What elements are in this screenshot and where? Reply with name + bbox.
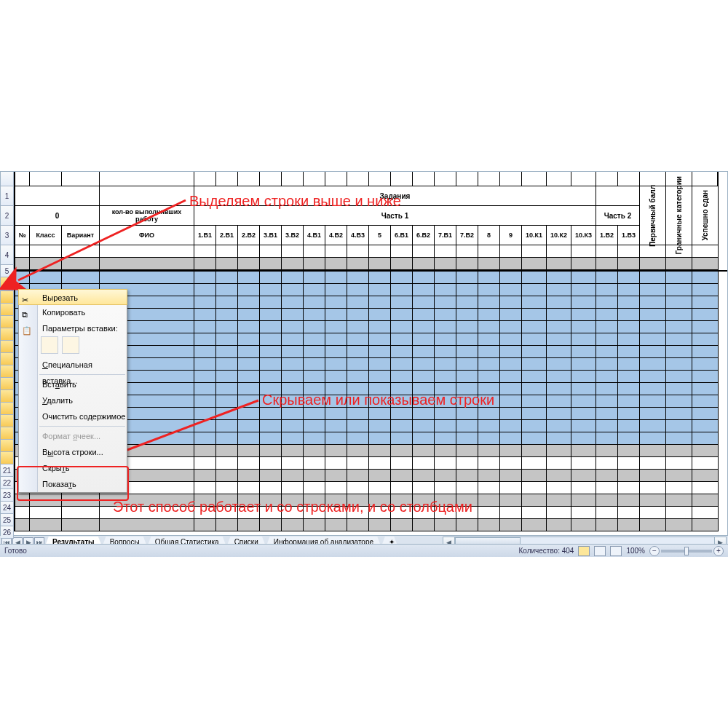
cell[interactable] <box>282 309 304 321</box>
cell[interactable] <box>391 482 413 494</box>
cell[interactable] <box>304 172 325 186</box>
cell[interactable] <box>571 432 596 445</box>
cell[interactable] <box>14 507 30 519</box>
cell[interactable] <box>413 371 435 383</box>
header-cell[interactable] <box>100 186 194 206</box>
cell[interactable] <box>571 321 596 333</box>
cell[interactable] <box>62 494 100 507</box>
cell[interactable] <box>618 395 640 408</box>
cell[interactable] <box>571 420 596 432</box>
row-header-selected[interactable] <box>1 452 14 464</box>
cell[interactable] <box>522 420 547 432</box>
cell[interactable] <box>282 346 304 358</box>
cell[interactable] <box>282 358 304 371</box>
cell[interactable] <box>347 284 369 296</box>
cell[interactable] <box>391 321 413 333</box>
cell[interactable] <box>666 333 692 346</box>
cell[interactable] <box>216 482 238 494</box>
cell[interactable] <box>347 272 369 284</box>
cell[interactable] <box>238 457 260 470</box>
cell[interactable] <box>666 432 692 445</box>
cell[interactable] <box>194 309 216 321</box>
cell[interactable] <box>413 333 435 346</box>
cell[interactable] <box>216 519 238 531</box>
ctx-copy[interactable]: ⧉ Копировать <box>19 304 127 320</box>
cell[interactable] <box>216 383 238 395</box>
cell[interactable] <box>456 346 478 358</box>
cell[interactable] <box>618 258 640 270</box>
cell[interactable] <box>478 408 500 420</box>
cell[interactable] <box>369 420 391 432</box>
cell[interactable] <box>618 309 640 321</box>
cell[interactable] <box>596 358 618 371</box>
cell[interactable] <box>325 371 347 383</box>
cell[interactable] <box>369 309 391 321</box>
cell[interactable] <box>640 245 666 258</box>
column-header[interactable]: ФИО <box>100 226 194 245</box>
cell[interactable] <box>413 470 435 482</box>
cell[interactable] <box>216 408 238 420</box>
cell[interactable] <box>596 432 618 445</box>
cell[interactable] <box>282 457 304 470</box>
cell[interactable] <box>413 346 435 358</box>
cell[interactable] <box>238 432 260 445</box>
cell[interactable] <box>435 420 456 432</box>
view-page-break-button[interactable] <box>610 546 622 556</box>
cell[interactable] <box>522 457 547 470</box>
cell[interactable] <box>618 284 640 296</box>
cell[interactable] <box>435 172 456 186</box>
cell[interactable] <box>478 245 500 258</box>
cell[interactable] <box>571 172 596 186</box>
cell[interactable] <box>522 494 547 507</box>
cell[interactable] <box>692 309 719 321</box>
cell[interactable] <box>478 309 500 321</box>
cell[interactable] <box>547 482 571 494</box>
cell[interactable] <box>571 457 596 470</box>
cell[interactable] <box>547 333 571 346</box>
cell[interactable] <box>571 346 596 358</box>
cell[interactable] <box>347 482 369 494</box>
cell[interactable] <box>666 470 692 482</box>
cell[interactable] <box>194 470 216 482</box>
cell[interactable] <box>369 482 391 494</box>
cell[interactable] <box>522 470 547 482</box>
cell[interactable] <box>369 358 391 371</box>
cell[interactable] <box>260 172 282 186</box>
cell[interactable] <box>478 358 500 371</box>
cell[interactable] <box>640 321 666 333</box>
cell[interactable] <box>571 470 596 482</box>
cell[interactable] <box>640 420 666 432</box>
cell[interactable] <box>478 457 500 470</box>
cell[interactable] <box>692 321 719 333</box>
cell[interactable] <box>14 519 30 531</box>
cell[interactable] <box>238 296 260 309</box>
cell[interactable] <box>325 408 347 420</box>
cell[interactable] <box>478 507 500 519</box>
column-header[interactable]: 9 <box>500 226 522 245</box>
cell[interactable] <box>325 272 347 284</box>
cell[interactable] <box>194 519 216 531</box>
cell[interactable] <box>369 321 391 333</box>
cell[interactable] <box>30 172 62 186</box>
cell[interactable] <box>596 395 618 408</box>
cell[interactable] <box>500 395 522 408</box>
row-header-selected[interactable] <box>1 341 14 353</box>
cell[interactable] <box>304 346 325 358</box>
cell[interactable] <box>596 309 618 321</box>
ctx-insert[interactable]: Вставить <box>19 376 127 392</box>
row-header[interactable]: 22 <box>1 477 14 489</box>
cell[interactable] <box>522 445 547 457</box>
cell[interactable] <box>435 371 456 383</box>
cell[interactable] <box>238 358 260 371</box>
cell[interactable] <box>194 333 216 346</box>
cell[interactable] <box>282 519 304 531</box>
cell[interactable] <box>640 408 666 420</box>
cell[interactable] <box>304 245 325 258</box>
cell[interactable] <box>547 457 571 470</box>
cell[interactable] <box>238 383 260 395</box>
cell[interactable] <box>369 432 391 445</box>
cell[interactable] <box>391 408 413 420</box>
cell[interactable] <box>260 371 282 383</box>
cell[interactable] <box>692 457 719 470</box>
cell[interactable] <box>596 333 618 346</box>
